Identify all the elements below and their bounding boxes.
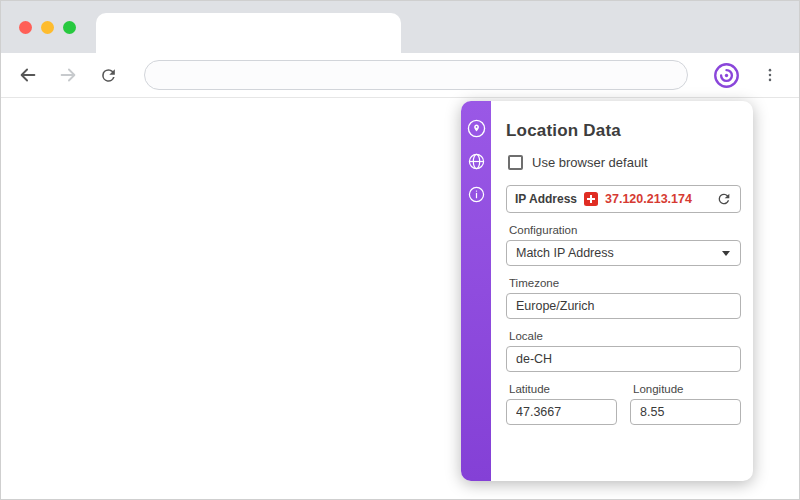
back-arrow-icon — [17, 64, 39, 86]
ip-address-box: IP Address 37.120.213.174 — [506, 185, 741, 213]
longitude-input[interactable] — [630, 399, 741, 425]
refresh-icon — [716, 191, 732, 207]
sidebar-tab-info[interactable] — [466, 184, 486, 204]
configuration-selected-value: Match IP Address — [516, 246, 614, 260]
browser-toolbar — [1, 53, 799, 98]
use-browser-default-checkbox[interactable] — [508, 155, 523, 170]
refresh-ip-button[interactable] — [716, 191, 732, 207]
configuration-label: Configuration — [509, 224, 741, 236]
use-browser-default-label: Use browser default — [532, 155, 648, 170]
info-icon — [468, 186, 485, 203]
forward-button[interactable] — [56, 63, 80, 87]
browser-titlebar — [1, 1, 799, 53]
browser-default-row: Use browser default — [508, 155, 741, 170]
address-bar[interactable] — [144, 60, 688, 90]
globe-icon — [468, 153, 485, 170]
latitude-label: Latitude — [509, 383, 617, 395]
coordinates-row: Latitude Longitude — [506, 372, 741, 425]
configuration-select[interactable]: Match IP Address — [506, 240, 741, 266]
vytal-logo-icon — [713, 62, 740, 89]
latitude-field: Latitude — [506, 372, 617, 425]
switzerland-flag-icon — [584, 192, 598, 206]
location-pin-icon — [467, 119, 486, 138]
longitude-field: Longitude — [630, 372, 741, 425]
sidebar-tab-browser[interactable] — [466, 151, 486, 171]
kebab-menu-icon — [761, 66, 779, 84]
back-button[interactable] — [16, 63, 40, 87]
vytal-popup-panel: Location Data Use browser default IP Add… — [461, 101, 753, 481]
timezone-input[interactable] — [506, 293, 741, 319]
latitude-input[interactable] — [506, 399, 617, 425]
panel-sidebar — [461, 101, 491, 481]
ip-address-value: 37.120.213.174 — [605, 192, 692, 206]
locale-label: Locale — [509, 330, 741, 342]
ip-address-label: IP Address — [515, 192, 577, 206]
close-window-button[interactable] — [19, 21, 32, 34]
chevron-down-icon — [722, 251, 730, 256]
browser-menu-button[interactable] — [756, 61, 784, 89]
window-controls — [19, 21, 76, 34]
panel-title: Location Data — [506, 121, 741, 141]
panel-body: Location Data Use browser default IP Add… — [491, 101, 753, 481]
sidebar-tab-location[interactable] — [466, 118, 486, 138]
longitude-label: Longitude — [633, 383, 741, 395]
timezone-label: Timezone — [509, 277, 741, 289]
browser-window: Location Data Use browser default IP Add… — [0, 0, 800, 500]
zoom-window-button[interactable] — [63, 21, 76, 34]
minimize-window-button[interactable] — [41, 21, 54, 34]
reload-button[interactable] — [96, 63, 120, 87]
forward-arrow-icon — [57, 64, 79, 86]
browser-tab[interactable] — [96, 13, 401, 53]
locale-input[interactable] — [506, 346, 741, 372]
vytal-extension-button[interactable] — [712, 61, 740, 89]
reload-icon — [99, 66, 118, 85]
